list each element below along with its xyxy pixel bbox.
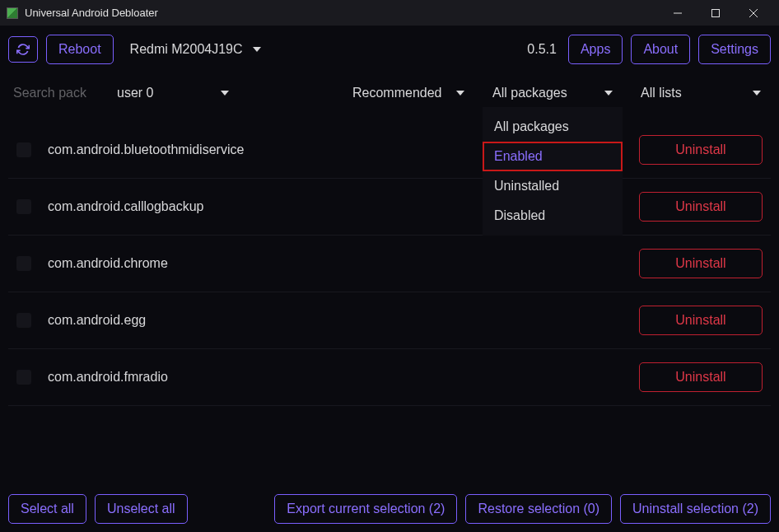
status-label: All packages xyxy=(492,86,567,100)
select-all-button[interactable]: Select all xyxy=(8,494,86,524)
uninstall-button[interactable]: Uninstall xyxy=(639,306,763,335)
package-checkbox[interactable] xyxy=(16,256,31,271)
package-name[interactable]: com.android.chrome xyxy=(48,256,623,271)
category-dropdown[interactable]: Recommended xyxy=(343,79,474,107)
package-checkbox[interactable] xyxy=(16,313,31,328)
status-dropdown[interactable]: All packages All packagesEnabledUninstal… xyxy=(483,79,623,107)
package-row: com.android.eggUninstall xyxy=(8,292,771,349)
titlebar-title: Universal Android Debloater xyxy=(25,7,659,19)
close-button[interactable] xyxy=(735,0,772,26)
refresh-icon xyxy=(16,43,30,56)
toolbar-right: 0.5.1 Apps About Settings xyxy=(527,35,771,64)
caret-down-icon xyxy=(253,47,261,52)
uninstall-selection-button[interactable]: Uninstall selection (2) xyxy=(620,494,771,524)
package-list: com.android.bluetoothmidiserviceUninstal… xyxy=(8,122,771,484)
package-checkbox[interactable] xyxy=(16,142,31,157)
package-name[interactable]: com.android.fmradio xyxy=(48,370,623,385)
settings-button[interactable]: Settings xyxy=(698,35,771,64)
dropdown-item[interactable]: All packages xyxy=(483,112,623,142)
app-body: Reboot Redmi M2004J19C 0.5.1 Apps About … xyxy=(0,26,779,532)
dropdown-item[interactable]: Uninstalled xyxy=(483,171,623,201)
caret-down-icon xyxy=(604,91,613,96)
list-label: All lists xyxy=(641,86,682,100)
apps-button[interactable]: Apps xyxy=(568,35,623,64)
package-row: com.android.fmradioUninstall xyxy=(8,349,771,406)
caret-down-icon xyxy=(221,91,229,96)
unselect-all-button[interactable]: Unselect all xyxy=(95,494,188,524)
package-row: com.android.bluetoothmidiserviceUninstal… xyxy=(8,122,771,179)
about-button[interactable]: About xyxy=(631,35,690,64)
list-dropdown[interactable]: All lists xyxy=(631,79,771,107)
package-row: com.android.calllogbackupUninstall xyxy=(8,179,771,236)
uninstall-button[interactable]: Uninstall xyxy=(639,192,763,222)
package-name[interactable]: com.android.egg xyxy=(48,313,623,328)
uninstall-button[interactable]: Uninstall xyxy=(639,362,763,392)
maximize-button[interactable] xyxy=(697,0,735,26)
bottom-right: Export current selection (2) Restore sel… xyxy=(274,494,771,524)
package-checkbox[interactable] xyxy=(16,370,31,385)
titlebar: Universal Android Debloater xyxy=(0,0,779,26)
search-input[interactable] xyxy=(8,79,99,107)
svg-rect-1 xyxy=(712,9,720,16)
export-button[interactable]: Export current selection (2) xyxy=(274,494,457,524)
app-icon xyxy=(7,7,18,19)
caret-down-icon xyxy=(753,91,761,96)
filter-row: user 0 Recommended All packages All pack… xyxy=(8,79,771,107)
filter-right: Recommended All packages All packagesEna… xyxy=(343,79,771,107)
refresh-button[interactable] xyxy=(8,36,38,63)
device-label: Redmi M2004J19C xyxy=(130,42,243,57)
toolbar: Reboot Redmi M2004J19C 0.5.1 Apps About … xyxy=(8,35,771,64)
minimize-button[interactable] xyxy=(659,0,697,26)
package-row: com.android.chromeUninstall xyxy=(8,236,771,292)
user-dropdown[interactable]: user 0 xyxy=(107,79,239,107)
version-label: 0.5.1 xyxy=(527,42,557,57)
caret-down-icon xyxy=(456,91,464,96)
reboot-button[interactable]: Reboot xyxy=(46,35,114,64)
user-label: user 0 xyxy=(117,86,153,100)
package-checkbox[interactable] xyxy=(16,199,31,214)
category-label: Recommended xyxy=(352,86,442,100)
uninstall-button[interactable]: Uninstall xyxy=(639,135,763,165)
device-dropdown[interactable]: Redmi M2004J19C xyxy=(122,35,269,63)
restore-button[interactable]: Restore selection (0) xyxy=(465,494,612,524)
dropdown-item[interactable]: Enabled xyxy=(483,142,623,171)
bottom-bar: Select all Unselect all Export current s… xyxy=(8,484,771,524)
window-controls xyxy=(659,0,772,26)
uninstall-button[interactable]: Uninstall xyxy=(639,249,763,278)
dropdown-item[interactable]: Disabled xyxy=(483,201,623,231)
status-dropdown-menu: All packagesEnabledUninstalledDisabled xyxy=(483,107,623,236)
